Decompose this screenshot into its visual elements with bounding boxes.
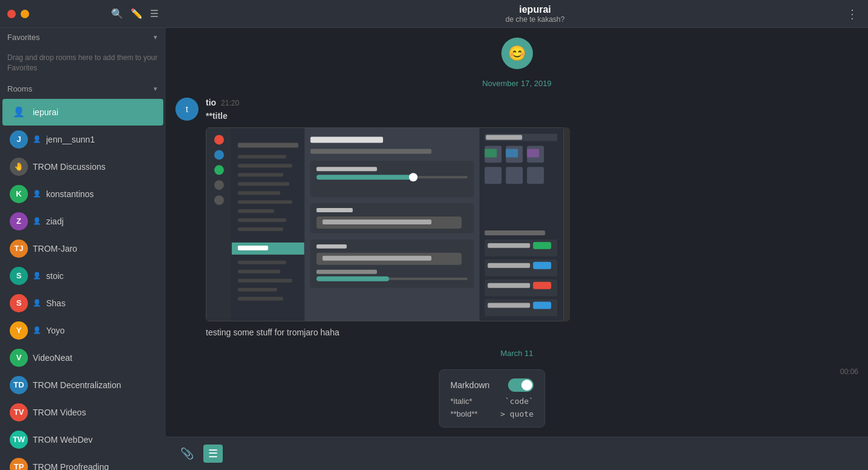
svg-rect-16 bbox=[238, 218, 287, 222]
avatar: J bbox=[10, 130, 28, 149]
date-divider-mar: March 11 bbox=[175, 349, 858, 358]
list-item[interactable]: TJTROM-Jaro bbox=[2, 235, 163, 262]
svg-rect-24 bbox=[238, 297, 283, 301]
svg-rect-63 bbox=[533, 262, 551, 269]
markdown-toggle-row: Markdown bbox=[450, 378, 534, 392]
svg-rect-8 bbox=[238, 143, 299, 147]
formatting-button[interactable]: ☰ bbox=[203, 445, 223, 463]
avatar: S bbox=[10, 267, 28, 285]
room-name-label: TROM Discussions bbox=[33, 162, 106, 172]
svg-rect-59 bbox=[487, 243, 530, 248]
svg-rect-66 bbox=[533, 282, 551, 289]
room-avatar-icon: 😊 bbox=[501, 38, 533, 69]
compose-icon[interactable]: ✏️ bbox=[131, 8, 143, 19]
list-item[interactable]: S👤stoic bbox=[2, 263, 163, 289]
svg-rect-13 bbox=[238, 191, 280, 195]
attachment-button[interactable]: 📎 bbox=[175, 445, 198, 463]
avatar: TV bbox=[10, 403, 28, 421]
svg-point-32 bbox=[409, 173, 418, 181]
svg-point-3 bbox=[214, 150, 224, 159]
user-icon: 👤 bbox=[33, 326, 41, 334]
markdown-quote-example: > quote bbox=[500, 409, 534, 418]
favorites-section-header[interactable]: Favorites ▼ bbox=[0, 28, 166, 47]
sidebar-header: 🔍 ✏️ ☰ bbox=[0, 0, 166, 28]
svg-rect-52 bbox=[527, 167, 544, 184]
room-name-label: TROM Decentralization bbox=[33, 380, 121, 390]
search-icon[interactable]: 🔍 bbox=[111, 8, 123, 19]
sidebar: 🔍 ✏️ ☰ Favorites ▼ Drag and drop rooms h… bbox=[0, 0, 166, 470]
svg-rect-26 bbox=[310, 136, 383, 143]
message-footer-text: testing some stuff for tromjaro haha bbox=[206, 326, 858, 339]
svg-point-6 bbox=[214, 195, 224, 205]
svg-rect-55 bbox=[527, 149, 539, 157]
avatar: S bbox=[10, 294, 28, 312]
list-item[interactable]: 👤iepurai bbox=[2, 99, 163, 126]
avatar: TP bbox=[10, 458, 28, 470]
favorites-label: Favorites bbox=[7, 33, 39, 42]
message-image bbox=[206, 127, 570, 321]
table-row: t tio 21:20 **title bbox=[175, 98, 858, 339]
list-item[interactable]: VVideoNeat bbox=[2, 344, 163, 371]
list-item[interactable]: TPTROM Proofreading bbox=[2, 454, 163, 470]
svg-rect-23 bbox=[238, 288, 277, 292]
rooms-section-header[interactable]: Rooms ▼ bbox=[0, 79, 166, 98]
svg-rect-17 bbox=[238, 227, 283, 231]
svg-rect-10 bbox=[238, 164, 293, 167]
svg-rect-12 bbox=[238, 182, 290, 186]
date-divider-nov: November 17, 2019 bbox=[175, 79, 858, 88]
room-name-label: TROM WebDev bbox=[33, 435, 93, 445]
svg-rect-62 bbox=[487, 263, 530, 268]
avatar: Z bbox=[10, 212, 28, 230]
markdown-code-example: `code` bbox=[505, 397, 534, 406]
list-item[interactable]: S👤Shas bbox=[2, 290, 163, 317]
menu-icon[interactable]: ☰ bbox=[150, 8, 158, 19]
svg-rect-50 bbox=[484, 167, 501, 184]
user-icon: 👤 bbox=[33, 135, 41, 143]
room-name-label: stoic bbox=[46, 271, 64, 281]
room-name-label: Yoyo bbox=[46, 326, 65, 335]
chat-room-subtitle: de che te kakash? bbox=[506, 15, 565, 24]
avatar: TW bbox=[10, 431, 28, 449]
chat-header: iepurai de che te kakash? ⋮ bbox=[166, 0, 868, 28]
room-name-label: ziadj bbox=[46, 217, 64, 226]
list-item[interactable]: TVTROM Videos bbox=[2, 399, 163, 426]
svg-rect-40 bbox=[322, 256, 431, 261]
toggle-knob bbox=[521, 380, 532, 391]
more-menu-button[interactable]: ⋮ bbox=[846, 7, 858, 21]
list-item[interactable]: J👤jenn__sunn1 bbox=[2, 126, 163, 153]
list-item[interactable]: TDTROM Decentralization bbox=[2, 372, 163, 398]
svg-rect-31 bbox=[316, 175, 413, 180]
svg-rect-11 bbox=[238, 173, 283, 176]
rooms-label: Rooms bbox=[7, 84, 32, 93]
markdown-example-row-1: *italic* `code` bbox=[450, 397, 534, 406]
svg-rect-46 bbox=[486, 135, 522, 140]
room-name-label: konstantinos bbox=[46, 189, 94, 199]
svg-rect-9 bbox=[238, 155, 287, 158]
list-item[interactable]: K👤konstantinos bbox=[2, 181, 163, 207]
avatar: 👤 bbox=[10, 103, 28, 121]
room-list: 👤iepuraiJ👤jenn__sunn1🤚TROM DiscussionsK👤… bbox=[0, 98, 166, 470]
favorites-drag-hint: Drag and drop rooms here to add them to … bbox=[0, 47, 166, 79]
svg-point-5 bbox=[214, 180, 224, 190]
avatar: Y bbox=[10, 321, 28, 340]
chat-header-center: iepurai de che te kakash? bbox=[506, 4, 565, 24]
svg-rect-41 bbox=[316, 270, 377, 274]
avatar: V bbox=[10, 349, 28, 367]
user-icon: 👤 bbox=[33, 190, 41, 198]
svg-point-4 bbox=[214, 165, 224, 175]
room-name-label: Shas bbox=[46, 298, 66, 308]
close-traffic-light[interactable] bbox=[7, 10, 16, 18]
svg-rect-22 bbox=[238, 279, 293, 283]
list-item[interactable]: TWTROM WebDev bbox=[2, 426, 163, 453]
svg-rect-15 bbox=[238, 209, 274, 213]
svg-rect-38 bbox=[316, 244, 347, 249]
list-item[interactable]: 🤚TROM Discussions bbox=[2, 153, 163, 180]
svg-rect-20 bbox=[238, 261, 287, 264]
markdown-toggle[interactable] bbox=[508, 378, 534, 392]
chat-room-title: iepurai bbox=[519, 4, 551, 15]
svg-rect-69 bbox=[533, 302, 551, 309]
svg-rect-36 bbox=[322, 220, 431, 224]
minimize-traffic-light[interactable] bbox=[21, 10, 29, 18]
list-item[interactable]: Y👤Yoyo bbox=[2, 317, 163, 344]
list-item[interactable]: Z👤ziadj bbox=[2, 208, 163, 235]
